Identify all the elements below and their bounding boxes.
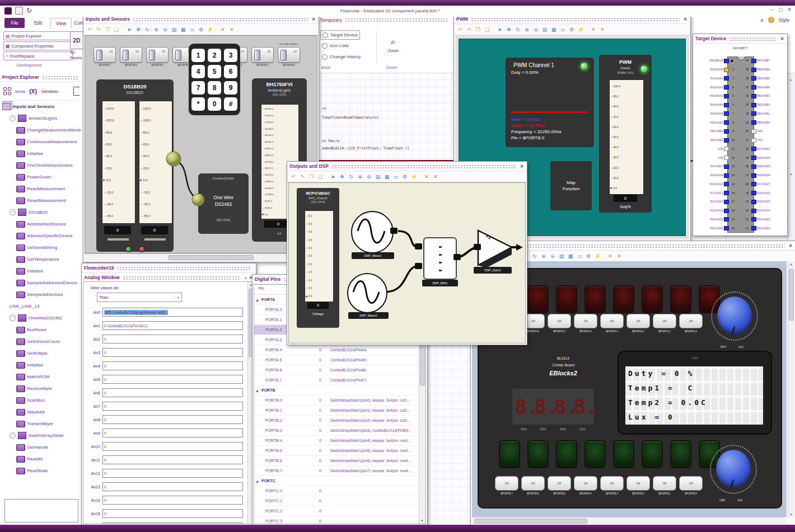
- port-button-$PORTA.0[interactable]: Off$PORTA.0: [680, 314, 702, 333]
- tree-item-ChangeMeasurementMode[interactable]: ChangeMeasurementMode: [0, 124, 83, 136]
- view-3d-icon[interactable]: ▦: [567, 253, 574, 260]
- switch-body[interactable]: Off: [93, 47, 116, 63]
- delete-icon[interactable]: ✕: [590, 26, 597, 33]
- close-icon[interactable]: ✕: [779, 36, 785, 41]
- analog-value-field[interactable]: 0: [102, 429, 243, 437]
- tree-item-ReceiveByte[interactable]: ReceiveByte: [0, 383, 83, 394]
- move-icon[interactable]: ✥: [506, 26, 512, 33]
- pin-row-PORTC.3[interactable]: PORTC.30: [254, 516, 425, 524]
- help-icon[interactable]: ?: [768, 17, 774, 23]
- delete-icon[interactable]: ✕: [423, 173, 430, 180]
- off-button[interactable]: Off: [626, 314, 650, 328]
- expander-icon[interactable]: −: [10, 432, 16, 439]
- pot-knob[interactable]: [711, 291, 758, 341]
- pin-row-PORTA.7[interactable]: PORTA.70ComboBL0114(PinA7): [254, 375, 425, 385]
- copy-icon[interactable]: ❐: [475, 26, 481, 33]
- view-top-icon[interactable]: ▤: [171, 26, 177, 33]
- zoom-button[interactable]: ⌕ Zoom: [381, 30, 405, 59]
- find-replace-button[interactable]: ⌕ Find/Replace: [3, 51, 73, 60]
- pin-row-PORTB.2[interactable]: PORTB.20SwitchArraySlider1(pin2), keypad…: [254, 416, 425, 426]
- keypad-key-0[interactable]: 0: [208, 97, 221, 111]
- clear-all-icon[interactable]: ✕: [432, 173, 439, 180]
- tree-item-SwitchArraySlider[interactable]: −SwitchArraySlider: [0, 430, 83, 441]
- move-icon[interactable]: ✥: [135, 26, 142, 33]
- zoom-out-icon[interactable]: ⊖: [532, 26, 539, 33]
- analog-value-field[interactable]: 0: [102, 496, 243, 505]
- expander-icon[interactable]: −: [10, 115, 16, 121]
- wand-icon[interactable]: ⚡: [594, 253, 601, 260]
- analog-value-field[interactable]: 0: [102, 348, 243, 357]
- pin-row-PORTB.4[interactable]: PORTB.40SwitchArraySlider1(pin4), keypad…: [254, 436, 425, 446]
- switch-knob[interactable]: [123, 50, 129, 60]
- project-explorer-button[interactable]: ▤ Project Explorer: [3, 31, 73, 40]
- analog-value-field[interactable]: 0: [102, 522, 243, 524]
- zoom-out-icon[interactable]: ⊖: [162, 26, 169, 33]
- off-button[interactable]: Off: [574, 476, 597, 491]
- analog-value-field[interactable]: 0: [102, 388, 243, 397]
- pin-row-PORTC.2[interactable]: PORTC.20: [254, 506, 425, 516]
- rotate-icon[interactable]: ↻: [144, 26, 151, 33]
- pin-row-PORTA.5[interactable]: PORTA.50ComboBL0114(PinA5): [254, 355, 425, 365]
- dashboard-v-scrollbar[interactable]: ▲▼: [788, 261, 794, 517]
- expand-arrow-icon[interactable]: ◢: [256, 479, 260, 483]
- cursor-icon[interactable]: ➤: [497, 26, 503, 33]
- keypad-key-9[interactable]: 9: [224, 81, 237, 95]
- off-button[interactable]: Off: [600, 314, 624, 328]
- rotate-icon[interactable]: ↻: [348, 173, 354, 180]
- cursor-icon[interactable]: ➤: [126, 26, 133, 33]
- off-button[interactable]: Off: [626, 476, 650, 491]
- switch-knob[interactable]: [280, 50, 287, 60]
- chart-icon[interactable]: ⚎: [559, 26, 566, 33]
- analog-value-field[interactable]: 0: [102, 469, 243, 478]
- off-button[interactable]: Off: [653, 476, 676, 491]
- pin-row-PORTB.3[interactable]: PORTB.30SwitchArraySlider1(pin3), ComboB…: [254, 426, 425, 436]
- pin-row-PORTB.1[interactable]: PORTB.10SwitchArraySlider1(pin1), keypad…: [254, 406, 425, 416]
- analog-value-field[interactable]: 0: [102, 335, 243, 343]
- tree-item-Initialise[interactable]: Initialise: [0, 148, 83, 159]
- off-button[interactable]: Off: [679, 476, 703, 491]
- port-button-$PORTA.2[interactable]: Off$PORTA.2: [627, 314, 649, 333]
- panel-3d-label[interactable]: 3D: [70, 50, 75, 54]
- zoom-in-icon[interactable]: ⊕: [523, 26, 530, 33]
- analog-value-field[interactable]: 825 ComboBL0114(LightSensor ADC): [102, 308, 243, 317]
- tree-item-GetDeviceCount[interactable]: GetDeviceCount: [0, 336, 83, 347]
- zoom-out-icon[interactable]: ⊖: [549, 253, 556, 260]
- maximize-icon[interactable]: ▢: [778, 7, 783, 12]
- ds18b20-scale-2[interactable]: ‒ 125.0‒ 105.0‒ 85.0‒ 65.0‒ 45.0‒ 25.0‒ …: [139, 101, 172, 224]
- panel-2d-button[interactable]: 2D: [70, 31, 83, 49]
- switch-knob[interactable]: [254, 50, 260, 60]
- config-icon[interactable]: ⚙: [568, 26, 575, 33]
- move-icon[interactable]: ✥: [339, 173, 345, 180]
- expand-arrow-icon[interactable]: ◢: [256, 389, 260, 392]
- switch-body[interactable]: Off: [146, 47, 169, 63]
- map-function-block[interactable]: Map Function: [550, 161, 592, 210]
- pin-row-PORTB[interactable]: ◢PORTB: [254, 385, 425, 396]
- chart-icon[interactable]: ⚎: [392, 173, 399, 180]
- redo-icon[interactable]: ↷: [299, 173, 306, 180]
- tree-item-SkipAddr[interactable]: SkipAddr: [0, 406, 83, 418]
- port-button-$PORTB.7[interactable]: Off$PORTB.7: [495, 476, 518, 495]
- clear-all-icon[interactable]: ✕: [599, 26, 606, 33]
- collapse-ribbon-icon[interactable]: ∧: [760, 17, 764, 23]
- analog-value-field[interactable]: 0: [102, 361, 243, 370]
- tree-item-GetSerialString[interactable]: GetSerialString: [0, 242, 83, 253]
- port-button-$PORTB.3[interactable]: Off$PORTB.3: [601, 476, 623, 495]
- zoom-in-icon[interactable]: ⊕: [357, 173, 363, 180]
- chart-icon[interactable]: ⚎: [576, 253, 583, 260]
- tree-item-AmbientLight1[interactable]: −AmbientLight1: [0, 112, 83, 124]
- off-button[interactable]: Off: [548, 314, 571, 328]
- tree-item-GetTemperature[interactable]: GetTemperature: [0, 253, 83, 265]
- undo-icon[interactable]: ↻: [26, 7, 32, 15]
- zoom-in-icon[interactable]: ⊕: [540, 253, 547, 260]
- slider-switch-$PORTB.0[interactable]: SwitchArraySlider1Off$PORTB.0: [278, 47, 300, 67]
- port-button-$PORTA.5[interactable]: Off$PORTA.5: [548, 314, 570, 333]
- pin-row-PORTC.0[interactable]: PORTC.00: [254, 486, 425, 496]
- off-button[interactable]: Off: [679, 314, 703, 328]
- undo-icon[interactable]: ↶: [457, 26, 464, 33]
- slider-switch-$PORTB.6[interactable]: Off$PORTB.6: [120, 47, 142, 67]
- scroll-right-icon[interactable]: ►: [789, 78, 793, 82]
- paste-icon[interactable]: ❏: [484, 26, 490, 33]
- pin-row-PORTB.6[interactable]: PORTB.60SwitchArraySlider1(pin6), keypad…: [254, 456, 425, 466]
- tree-item-LINK_LINE_13[interactable]: LINK_LINE_13: [0, 300, 83, 312]
- port-button-$PORTB.1[interactable]: Off$PORTB.1: [653, 476, 676, 495]
